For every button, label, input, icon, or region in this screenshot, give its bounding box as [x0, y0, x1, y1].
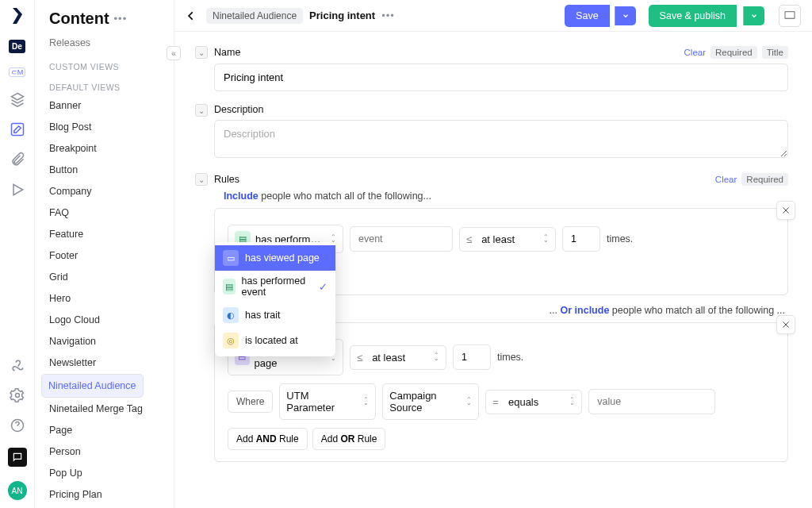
sidebar-menu-icon[interactable]: •••	[114, 13, 128, 25]
rules-clear-button[interactable]: Clear	[715, 175, 737, 184]
sidebar-item[interactable]: Hero	[41, 288, 167, 309]
breadcrumb[interactable]: Ninetailed Audience	[206, 8, 303, 24]
chevron-updown-icon	[543, 235, 549, 243]
app-logo-icon	[8, 6, 27, 25]
icon-rail: De ⊂M AN	[0, 0, 35, 508]
play-icon[interactable]	[10, 182, 25, 198]
publish-dropdown-button[interactable]	[743, 6, 764, 25]
chevron-updown-icon	[466, 398, 472, 406]
sidebar-item[interactable]: Grid	[41, 267, 167, 287]
count-input[interactable]	[562, 226, 600, 252]
svg-point-1	[15, 394, 19, 398]
trait-icon: ◐	[223, 307, 239, 323]
count-input[interactable]	[453, 344, 491, 370]
env-tag[interactable]: ⊂M	[9, 67, 26, 77]
topbar: Ninetailed Audience Pricing intent ••• S…	[174, 0, 812, 32]
rule-group: ▤ has performed eve… ≤ at least times.	[214, 208, 788, 295]
required-badge: Required	[741, 173, 788, 186]
webhook-icon[interactable]	[10, 357, 25, 373]
title-badge: Title	[762, 46, 788, 59]
sidebar-item[interactable]: Ninetailed Audience	[41, 374, 144, 398]
value-input[interactable]	[588, 389, 715, 414]
condition-dropdown: ▭ has viewed page ▤ has performed event …	[215, 242, 335, 356]
org-badge[interactable]: De	[9, 40, 25, 53]
attachment-icon[interactable]	[10, 152, 25, 167]
operator-label: at least	[372, 352, 405, 364]
sidebar-item[interactable]: Footer	[41, 245, 167, 266]
sidebar-item[interactable]: Blog Post	[41, 117, 167, 137]
description-input[interactable]	[214, 120, 788, 158]
save-dropdown-button[interactable]	[615, 6, 636, 25]
sidebar-item[interactable]: Newsletter	[41, 352, 167, 373]
sidebar-title: Content	[49, 10, 109, 28]
check-icon: ✓	[319, 281, 327, 293]
save-button[interactable]: Save	[565, 5, 610, 27]
svg-rect-0	[11, 124, 23, 136]
sidebar: Content ••• Releases CUSTOM VIEWS DEFAUL…	[35, 0, 174, 508]
avatar[interactable]: AN	[8, 481, 27, 500]
sidebar-section-default: DEFAULT VIEWS	[41, 75, 167, 95]
preview-icon[interactable]	[779, 5, 801, 27]
chat-icon[interactable]	[8, 448, 27, 467]
sidebar-item[interactable]: Banner	[41, 95, 167, 116]
page-menu-icon[interactable]: •••	[381, 10, 395, 21]
rules-label: Rules	[214, 174, 239, 185]
add-or-rule-button[interactable]: Add OR Rule	[312, 428, 386, 450]
fold-toggle[interactable]: ⌄	[195, 104, 208, 117]
sidebar-item[interactable]: Person	[41, 441, 167, 462]
add-and-rule-button[interactable]: Add AND Rule	[228, 428, 308, 450]
event-input[interactable]	[350, 226, 453, 252]
sidebar-item-releases[interactable]: Releases	[41, 33, 167, 53]
name-clear-button[interactable]: Clear	[684, 48, 706, 57]
sidebar-item[interactable]: Logo Cloud	[41, 310, 167, 330]
name-label: Name	[214, 47, 240, 58]
operator-select[interactable]: ≤ at least	[459, 227, 556, 252]
svg-rect-3	[785, 11, 795, 18]
sidebar-item[interactable]: FAQ	[41, 202, 167, 223]
operator-select[interactable]: ≤ at least	[350, 345, 446, 370]
dropdown-item-viewed-page[interactable]: ▭ has viewed page	[215, 245, 335, 271]
close-icon[interactable]	[776, 315, 795, 334]
operator-label: at least	[481, 233, 515, 245]
sidebar-item[interactable]: Company	[41, 181, 167, 202]
description-label: Description	[214, 104, 264, 115]
fold-toggle[interactable]: ⌄	[195, 173, 208, 186]
location-icon: ◎	[223, 333, 239, 348]
edit-icon[interactable]	[10, 121, 25, 137]
event-icon: ▤	[223, 279, 236, 294]
sidebar-item[interactable]: Button	[41, 160, 167, 180]
dropdown-item-located-at[interactable]: ◎ is located at	[215, 328, 335, 353]
help-icon[interactable]	[10, 418, 25, 433]
times-label: times.	[607, 233, 633, 244]
gear-icon[interactable]	[10, 387, 25, 403]
sidebar-item[interactable]: Navigation	[41, 331, 167, 352]
sidebar-item[interactable]: Breakpoint	[41, 138, 167, 159]
field-select[interactable]: Campaign Source	[382, 383, 479, 420]
back-button[interactable]	[182, 9, 200, 23]
sidebar-item[interactable]: Feature	[41, 224, 167, 244]
comparator-select[interactable]: = equals	[485, 390, 582, 414]
name-input[interactable]	[214, 64, 788, 91]
chevron-updown-icon	[363, 398, 369, 406]
param-select[interactable]: UTM Parameter	[279, 383, 376, 420]
sidebar-item[interactable]: Ninetailed Merge Tag	[41, 398, 167, 419]
page-icon: ▭	[223, 250, 239, 266]
fold-toggle[interactable]: ⌄	[195, 46, 208, 59]
dropdown-item-has-trait[interactable]: ◐ has trait	[215, 302, 335, 328]
dropdown-item-performed-event[interactable]: ▤ has performed event ✓	[215, 271, 335, 302]
page-title: Pricing intent	[309, 10, 375, 21]
sidebar-item[interactable]: Pricing Plan	[41, 484, 167, 505]
sidebar-item[interactable]: Pop Up	[41, 463, 167, 483]
layers-icon[interactable]	[10, 91, 25, 107]
required-badge: Required	[710, 46, 757, 59]
close-icon[interactable]	[776, 201, 795, 220]
times-label: times.	[497, 352, 523, 363]
sidebar-item[interactable]: Page	[41, 420, 167, 441]
where-label: Where	[228, 391, 273, 413]
publish-button[interactable]: Save & publish	[649, 5, 737, 27]
chevron-updown-icon	[569, 398, 575, 406]
include-heading: Include people who match all of the foll…	[224, 190, 788, 202]
sidebar-section-custom: CUSTOM VIEWS	[41, 54, 167, 75]
chevron-updown-icon	[434, 353, 439, 361]
